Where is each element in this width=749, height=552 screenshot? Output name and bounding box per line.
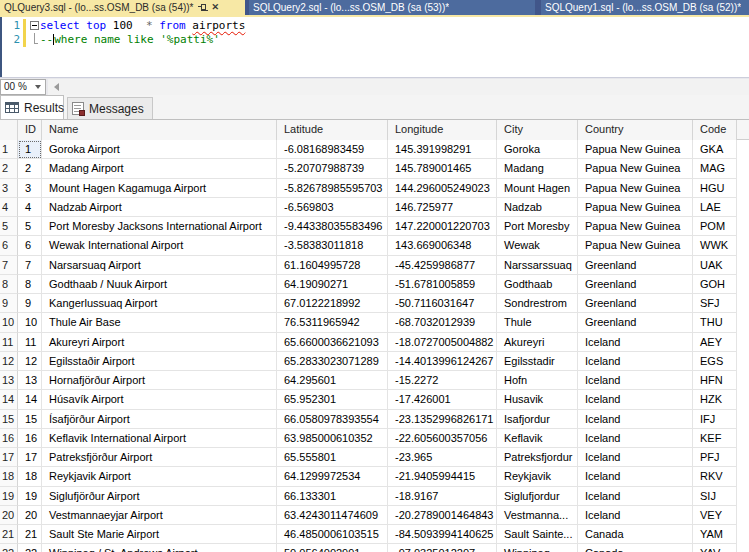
chevron-down-icon[interactable]: [32, 80, 44, 93]
grid-cell[interactable]: Akureyri: [497, 333, 578, 352]
editor-horizontal-scrollbar[interactable]: [48, 79, 749, 95]
grid-cell[interactable]: 61.1604995728: [277, 256, 388, 275]
grid-cell[interactable]: -5.20707988739: [277, 159, 388, 178]
grid-cell[interactable]: -50.7116031647: [388, 294, 497, 313]
grid-cell[interactable]: YAM: [693, 525, 737, 544]
grid-cell[interactable]: Iceland: [578, 429, 693, 448]
column-header-latitude[interactable]: Latitude: [277, 120, 388, 140]
grid-cell[interactable]: Iceland: [578, 371, 693, 390]
grid-cell[interactable]: 18: [18, 467, 42, 486]
grid-cell[interactable]: Mount Hagen: [497, 179, 578, 198]
document-tab-3[interactable]: SQLQuery1.sql - (lo...ss.OSM_DB (sa (52)…: [541, 0, 749, 15]
row-header[interactable]: 6: [0, 236, 18, 255]
grid-cell[interactable]: Akureyri Airport: [42, 333, 277, 352]
grid-cell[interactable]: 64.1299972534: [277, 467, 388, 486]
grid-cell[interactable]: Sondrestrom: [497, 294, 578, 313]
grid-cell[interactable]: 67.0122218992: [277, 294, 388, 313]
grid-cell[interactable]: Wewak: [497, 236, 578, 255]
collapse-region-icon[interactable]: [30, 21, 39, 30]
column-header-code[interactable]: Code: [693, 120, 737, 140]
grid-cell[interactable]: 63.985000610352: [277, 429, 388, 448]
grid-cell[interactable]: Keflavik International Airport: [42, 429, 277, 448]
grid-cell[interactable]: -15.2272: [388, 371, 497, 390]
grid-cell[interactable]: 143.669006348: [388, 236, 497, 255]
grid-cell[interactable]: Egilsstadir: [497, 352, 578, 371]
column-header-city[interactable]: City: [497, 120, 578, 140]
grid-cell[interactable]: 65.6600036621093: [277, 333, 388, 352]
grid-cell[interactable]: YAV: [693, 544, 737, 552]
grid-cell[interactable]: Iceland: [578, 352, 693, 371]
row-header[interactable]: 7: [0, 256, 18, 275]
grid-cell[interactable]: Iceland: [578, 333, 693, 352]
grid-cell[interactable]: -68.7032012939: [388, 313, 497, 332]
grid-cell[interactable]: UAK: [693, 256, 737, 275]
grid-cell[interactable]: -5.82678985595703: [277, 179, 388, 198]
row-header[interactable]: 16: [0, 429, 18, 448]
grid-cell[interactable]: -18.9167: [388, 487, 497, 506]
grid-cell[interactable]: -18.0727005004882: [388, 333, 497, 352]
row-header[interactable]: 20: [0, 506, 18, 525]
grid-cell[interactable]: RKV: [693, 467, 737, 486]
column-header-country[interactable]: Country: [578, 120, 693, 140]
grid-cell[interactable]: Wewak International Airport: [42, 236, 277, 255]
grid-cell[interactable]: Greenland: [578, 256, 693, 275]
grid-cell[interactable]: HFN: [693, 371, 737, 390]
grid-cell[interactable]: Papua New Guinea: [578, 179, 693, 198]
grid-cell[interactable]: 146.725977: [388, 198, 497, 217]
row-header[interactable]: 15: [0, 410, 18, 429]
row-header[interactable]: 4: [0, 198, 18, 217]
column-header-longitude[interactable]: Longitude: [388, 120, 497, 140]
grid-cell[interactable]: 5: [18, 217, 42, 236]
grid-cell[interactable]: 66.133301: [277, 487, 388, 506]
grid-cell[interactable]: Reykjavik: [497, 467, 578, 486]
grid-cell[interactable]: Thule Air Base: [42, 313, 277, 332]
grid-cell[interactable]: 50.0564002991: [277, 544, 388, 552]
grid-cell[interactable]: Vestmannaeyjar Airport: [42, 506, 277, 525]
grid-cell[interactable]: Madang Airport: [42, 159, 277, 178]
grid-cell[interactable]: Goroka Airport: [42, 140, 277, 159]
grid-cell[interactable]: SFJ: [693, 294, 737, 313]
grid-cell[interactable]: 19: [18, 487, 42, 506]
grid-cell[interactable]: Egilsstaðir Airport: [42, 352, 277, 371]
grid-cell[interactable]: -3.58383011818: [277, 236, 388, 255]
row-header[interactable]: 19: [0, 487, 18, 506]
grid-cell[interactable]: Papua New Guinea: [578, 198, 693, 217]
grid-cell[interactable]: Papua New Guinea: [578, 217, 693, 236]
grid-cell[interactable]: Siglufjörður Airport: [42, 487, 277, 506]
grid-cell[interactable]: -51.6781005859: [388, 275, 497, 294]
grid-cell[interactable]: Nadzab Airport: [42, 198, 277, 217]
grid-cell[interactable]: Kangerlussuaq Airport: [42, 294, 277, 313]
grid-cell[interactable]: 66.0580978393554: [277, 410, 388, 429]
grid-cell[interactable]: Port Moresby: [497, 217, 578, 236]
grid-cell[interactable]: Thule: [497, 313, 578, 332]
grid-cell[interactable]: Reykjavik Airport: [42, 467, 277, 486]
grid-cell[interactable]: Greenland: [578, 294, 693, 313]
grid-cell[interactable]: 145.391998291: [388, 140, 497, 159]
grid-cell[interactable]: Sault Sainte...: [497, 525, 578, 544]
code-text[interactable]: --where name like '%patti%': [40, 33, 220, 47]
grid-cell[interactable]: 76.5311965942: [277, 313, 388, 332]
document-tab-2[interactable]: SQLQuery2.sql - (lo...ss.OSM_DB (sa (53)…: [249, 0, 535, 15]
grid-cell[interactable]: Iceland: [578, 448, 693, 467]
grid-cell[interactable]: VEY: [693, 506, 737, 525]
grid-cell[interactable]: 147.220001220703: [388, 217, 497, 236]
grid-cell[interactable]: Ísafjörður Airport: [42, 410, 277, 429]
grid-cell[interactable]: -14.4013996124267: [388, 352, 497, 371]
row-header[interactable]: 1: [0, 140, 18, 159]
grid-cell[interactable]: 64.295601: [277, 371, 388, 390]
column-header-id[interactable]: ID: [18, 120, 42, 140]
grid-cell[interactable]: 64.19090271: [277, 275, 388, 294]
row-header[interactable]: 12: [0, 352, 18, 371]
grid-cell[interactable]: -84.5093994140625: [388, 525, 497, 544]
grid-cell[interactable]: Papua New Guinea: [578, 236, 693, 255]
row-header[interactable]: 17: [0, 448, 18, 467]
close-icon[interactable]: ✕: [212, 0, 220, 15]
grid-cell[interactable]: 15: [18, 410, 42, 429]
row-header[interactable]: 8: [0, 275, 18, 294]
grid-cell[interactable]: 4: [18, 198, 42, 217]
grid-corner-cell[interactable]: [0, 120, 18, 140]
grid-cell[interactable]: Iceland: [578, 390, 693, 409]
grid-cell[interactable]: -20.2789001464843: [388, 506, 497, 525]
grid-cell[interactable]: 3: [18, 179, 42, 198]
grid-cell[interactable]: 145.789001465: [388, 159, 497, 178]
